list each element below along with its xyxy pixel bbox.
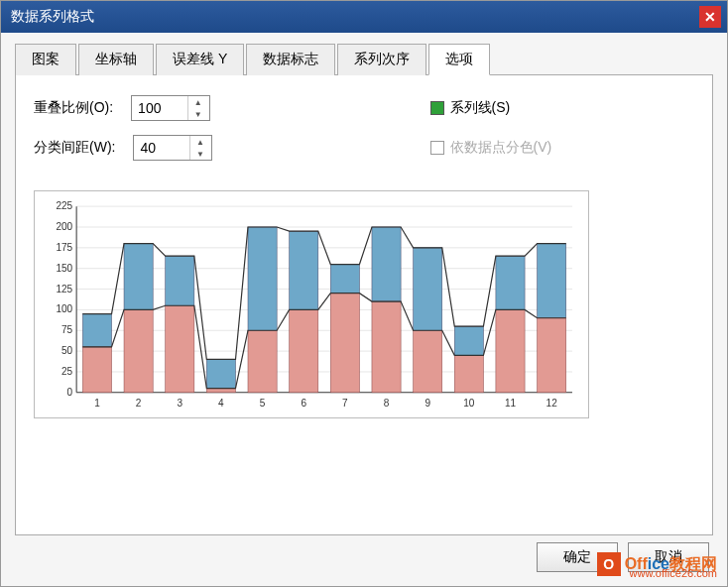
gap-row: 分类间距(W): ▲ ▼ 依数据点分色(V) [34, 135, 694, 161]
svg-rect-33 [248, 227, 277, 330]
svg-rect-31 [206, 389, 235, 393]
overlap-input[interactable] [132, 98, 187, 118]
gap-spinner[interactable]: ▲ ▼ [133, 135, 212, 161]
gap-down[interactable]: ▼ [190, 148, 209, 160]
svg-text:25: 25 [61, 366, 73, 377]
overlap-row: 重叠比例(O): ▲ ▼ 系列线(S) [34, 95, 694, 121]
svg-text:0: 0 [67, 387, 73, 398]
spinner-arrows: ▲ ▼ [187, 96, 207, 120]
svg-text:6: 6 [301, 398, 306, 409]
overlap-down[interactable]: ▼ [188, 108, 207, 120]
vary-color-label: 依数据点分色(V) [450, 139, 552, 157]
svg-rect-37 [290, 309, 318, 392]
svg-rect-28 [166, 305, 194, 393]
svg-text:4: 4 [218, 398, 224, 409]
svg-rect-46 [414, 330, 442, 393]
svg-text:12: 12 [546, 398, 558, 409]
svg-rect-39 [330, 265, 359, 294]
vary-color-box [430, 141, 444, 155]
svg-rect-45 [414, 248, 442, 330]
svg-rect-51 [496, 256, 525, 309]
svg-rect-49 [454, 355, 483, 393]
svg-rect-48 [454, 326, 483, 355]
gap-up[interactable]: ▲ [190, 136, 209, 148]
content-area: 图案 坐标轴 误差线 Y 数据标志 系列次序 选项 重叠比例(O): ▲ ▼ [1, 33, 727, 586]
svg-rect-24 [124, 244, 153, 310]
window-title: 数据系列格式 [11, 8, 94, 26]
vary-color-checkbox: 依数据点分色(V) [430, 139, 552, 157]
svg-rect-27 [166, 256, 194, 305]
spinner-arrows: ▲ ▼ [189, 136, 209, 160]
tab-pattern[interactable]: 图案 [15, 44, 76, 75]
svg-rect-40 [330, 294, 359, 393]
svg-rect-30 [206, 359, 235, 388]
tab-axis[interactable]: 坐标轴 [78, 44, 154, 75]
options-panel: 重叠比例(O): ▲ ▼ 系列线(S) [15, 75, 713, 535]
svg-text:225: 225 [56, 200, 72, 211]
svg-rect-42 [372, 227, 401, 301]
tab-data-labels[interactable]: 数据标志 [246, 44, 335, 75]
svg-text:3: 3 [177, 398, 182, 409]
svg-rect-36 [290, 231, 318, 309]
svg-text:2: 2 [136, 398, 142, 409]
svg-text:7: 7 [342, 398, 348, 409]
svg-text:50: 50 [61, 345, 73, 356]
svg-rect-25 [124, 309, 153, 392]
svg-rect-54 [538, 244, 566, 318]
chart-svg: 0255075100125150175200225123456789101112 [43, 197, 580, 413]
svg-text:100: 100 [56, 303, 72, 314]
dialog-buttons: 确定 取消 [537, 542, 709, 572]
svg-rect-34 [248, 330, 277, 393]
svg-text:8: 8 [384, 398, 390, 409]
close-icon: ✕ [704, 9, 716, 25]
gap-input[interactable] [134, 138, 189, 158]
svg-text:200: 200 [56, 221, 72, 232]
titlebar: 数据系列格式 ✕ [1, 1, 727, 33]
close-button[interactable]: ✕ [699, 6, 721, 28]
svg-rect-52 [496, 309, 525, 392]
overlap-spinner[interactable]: ▲ ▼ [131, 95, 210, 121]
series-line-swatch [430, 101, 444, 115]
svg-text:175: 175 [56, 242, 72, 253]
overlap-label: 重叠比例(O): [34, 99, 113, 117]
gap-label: 分类间距(W): [34, 139, 115, 157]
tab-options[interactable]: 选项 [428, 44, 490, 75]
tab-error-bars-y[interactable]: 误差线 Y [156, 44, 244, 75]
svg-rect-21 [82, 314, 111, 347]
tab-series-order[interactable]: 系列次序 [337, 44, 426, 75]
series-line-label: 系列线(S) [450, 99, 511, 117]
svg-text:10: 10 [463, 398, 475, 409]
svg-text:125: 125 [56, 284, 72, 294]
svg-text:5: 5 [260, 398, 266, 409]
svg-rect-43 [372, 301, 401, 393]
cancel-button[interactable]: 取消 [628, 542, 709, 572]
dialog-window: 数据系列格式 ✕ 图案 坐标轴 误差线 Y 数据标志 系列次序 选项 重叠比例(… [0, 0, 728, 587]
svg-text:9: 9 [425, 398, 430, 409]
tab-strip: 图案 坐标轴 误差线 Y 数据标志 系列次序 选项 [15, 43, 713, 75]
svg-text:75: 75 [61, 324, 73, 335]
svg-rect-55 [538, 318, 566, 393]
overlap-up[interactable]: ▲ [188, 96, 207, 108]
svg-text:150: 150 [56, 263, 72, 274]
svg-text:11: 11 [505, 398, 517, 409]
chart-preview: 0255075100125150175200225123456789101112 [34, 190, 589, 418]
ok-button[interactable]: 确定 [537, 542, 618, 572]
svg-rect-22 [82, 347, 111, 393]
svg-text:1: 1 [94, 398, 100, 409]
series-line-checkbox[interactable]: 系列线(S) [430, 99, 511, 117]
